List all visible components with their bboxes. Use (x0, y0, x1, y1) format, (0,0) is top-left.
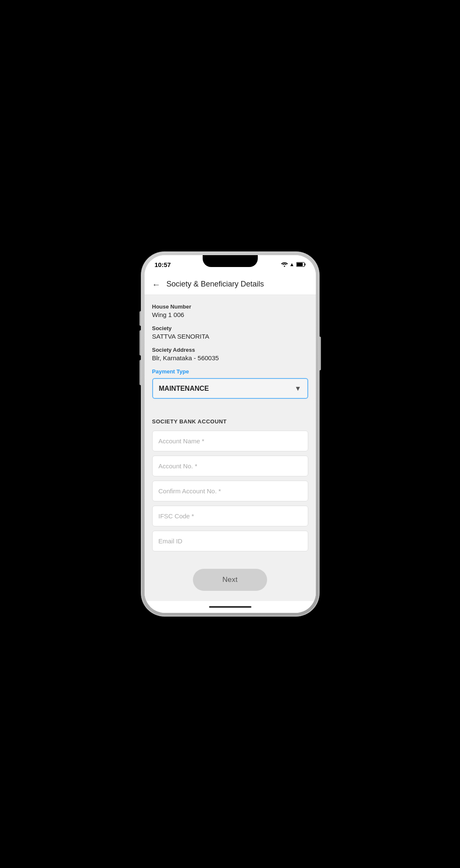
content-area: House Number Wing 1 006 Society SATTVA S… (145, 295, 316, 601)
society-row: Society SATTVA SENORITA (152, 325, 308, 340)
svg-point-0 (284, 266, 285, 267)
payment-type-select[interactable]: MAINTENANCE SINKING FUND WATER CHARGES O… (153, 379, 307, 398)
account-no-input[interactable] (152, 456, 308, 476)
society-address-label: Society Address (152, 347, 308, 353)
info-section: House Number Wing 1 006 Society SATTVA S… (145, 295, 316, 410)
ifsc-code-input[interactable] (152, 506, 308, 526)
account-name-input[interactable] (152, 431, 308, 451)
home-bar (209, 606, 251, 608)
next-button[interactable]: Next (193, 569, 268, 591)
house-number-value: Wing 1 006 (152, 311, 308, 318)
bank-section-title: SOCIETY BANK ACCOUNT (152, 418, 308, 425)
society-address-value: Blr, Karnataka - 560035 (152, 354, 308, 362)
house-number-label: House Number (152, 303, 308, 310)
status-icons: ▲ (281, 262, 306, 267)
society-address-row: Society Address Blr, Karnataka - 560035 (152, 347, 308, 362)
svg-rect-2 (304, 264, 305, 266)
email-id-input[interactable] (152, 531, 308, 551)
confirm-account-no-input[interactable] (152, 481, 308, 501)
signal-icon: ▲ (290, 262, 295, 267)
form-fields (152, 431, 308, 551)
home-indicator (145, 601, 316, 613)
notch (203, 255, 258, 267)
society-label: Society (152, 325, 308, 331)
svg-rect-3 (297, 263, 303, 266)
status-time: 10:57 (155, 261, 171, 268)
battery-icon (296, 262, 306, 267)
house-number-row: House Number Wing 1 006 (152, 303, 308, 318)
app-header: ← Society & Beneficiary Details (145, 274, 316, 295)
payment-type-row: Payment Type MAINTENANCE SINKING FUND WA… (152, 368, 308, 399)
payment-type-label: Payment Type (152, 368, 308, 375)
back-button[interactable]: ← (152, 280, 161, 289)
status-bar: 10:57 ▲ (145, 255, 316, 274)
bottom-area: Next (145, 556, 316, 601)
wifi-icon (281, 262, 288, 267)
bank-section: SOCIETY BANK ACCOUNT (145, 410, 316, 556)
page-title: Society & Beneficiary Details (167, 280, 264, 289)
society-value: SATTVA SENORITA (152, 333, 308, 340)
payment-type-select-wrapper[interactable]: MAINTENANCE SINKING FUND WATER CHARGES O… (152, 378, 308, 399)
